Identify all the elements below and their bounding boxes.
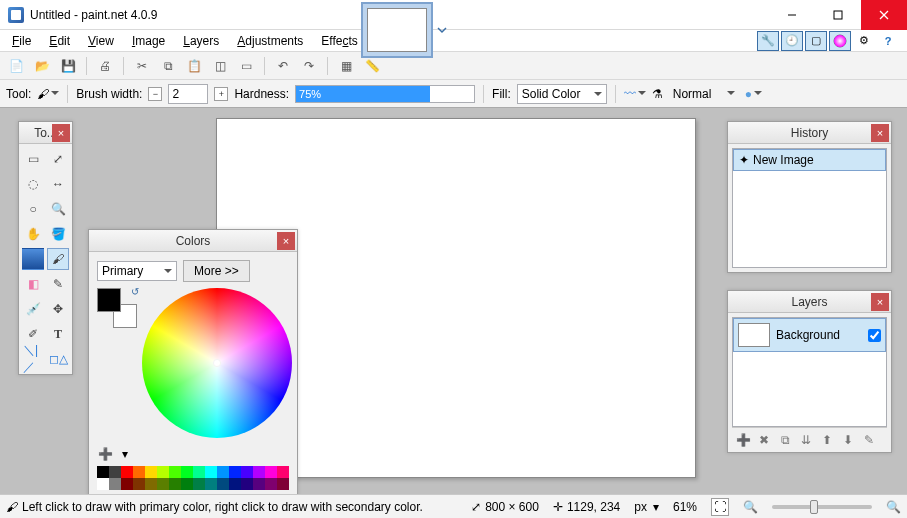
palette-color[interactable]	[169, 466, 181, 478]
fill-select[interactable]: Solid Color	[517, 84, 607, 104]
menu-file[interactable]: File	[4, 32, 39, 50]
image-thumbnail[interactable]	[361, 2, 433, 58]
palette-color[interactable]	[97, 466, 109, 478]
palette-color[interactable]	[97, 478, 109, 490]
primary-color-swatch[interactable]	[97, 288, 121, 312]
crop-icon[interactable]: ◫	[210, 56, 230, 76]
palette-color[interactable]	[133, 478, 145, 490]
thumbnail-dropdown-icon[interactable]	[437, 25, 447, 35]
brush-width-decr[interactable]: −	[148, 87, 162, 101]
toggle-layers-icon[interactable]: ▢	[805, 31, 827, 51]
palette-strip[interactable]	[97, 466, 289, 490]
brush-width-input[interactable]	[168, 84, 208, 104]
palette-color[interactable]	[217, 478, 229, 490]
cut-icon[interactable]: ✂	[132, 56, 152, 76]
palette-color[interactable]	[265, 478, 277, 490]
layer-visible-checkbox[interactable]	[868, 329, 881, 342]
tool-picker[interactable]: 🖌	[37, 87, 59, 101]
history-panel-close[interactable]: ×	[871, 124, 889, 142]
deselect-icon[interactable]: ▭	[236, 56, 256, 76]
palette-color[interactable]	[241, 478, 253, 490]
palette-color[interactable]	[145, 466, 157, 478]
help-icon[interactable]: ?	[877, 31, 899, 51]
zoom-out-icon[interactable]: 🔍	[743, 500, 758, 514]
layer-up-icon[interactable]: ⬆	[818, 431, 836, 449]
palette-color[interactable]	[181, 466, 193, 478]
layer-item[interactable]: Background	[733, 318, 886, 352]
palette-color[interactable]	[109, 478, 121, 490]
more-colors-button[interactable]: More >>	[183, 260, 250, 282]
paste-icon[interactable]: 📋	[184, 56, 204, 76]
palette-color[interactable]	[109, 466, 121, 478]
palette-color[interactable]	[121, 466, 133, 478]
layer-down-icon[interactable]: ⬇	[839, 431, 857, 449]
layer-delete-icon[interactable]: ✖	[755, 431, 773, 449]
toggle-history-icon[interactable]: 🕘	[781, 31, 803, 51]
history-item[interactable]: ✦ New Image	[733, 149, 886, 171]
history-panel-title[interactable]: History ×	[728, 122, 891, 144]
palette-color[interactable]	[193, 478, 205, 490]
tool-pencil[interactable]: ✎	[47, 273, 69, 295]
blend-mode-select[interactable]: Normal	[669, 84, 739, 104]
swap-colors-icon[interactable]: ↺	[131, 286, 139, 297]
tool-move-px[interactable]: ↔	[47, 173, 69, 195]
color-which-select[interactable]: Primary	[97, 261, 177, 281]
tool-clone[interactable]: ✥	[47, 298, 69, 320]
palette-color[interactable]	[157, 478, 169, 490]
colors-panel-close[interactable]: ×	[277, 232, 295, 250]
palette-color[interactable]	[205, 478, 217, 490]
redo-icon[interactable]: ↷	[299, 56, 319, 76]
history-list[interactable]: ✦ New Image	[732, 148, 887, 268]
menu-edit[interactable]: Edit	[41, 32, 78, 50]
tool-text[interactable]: T	[47, 323, 69, 345]
settings-icon[interactable]: ⚙	[853, 31, 875, 51]
tool-line[interactable]: ＼|／	[22, 348, 44, 370]
palette-color[interactable]	[277, 478, 289, 490]
palette-color[interactable]	[169, 478, 181, 490]
palette-color[interactable]	[157, 466, 169, 478]
palette-menu-icon[interactable]: ▾	[117, 446, 133, 462]
blend-flask[interactable]: ⚗	[652, 87, 663, 101]
zoom-slider[interactable]	[772, 505, 872, 509]
tool-rect-select[interactable]: ▭	[22, 148, 44, 170]
maximize-button[interactable]	[815, 0, 861, 30]
new-file-icon[interactable]: 📄	[6, 56, 26, 76]
antialias-toggle[interactable]: 〰	[624, 87, 646, 101]
tool-ellipse-select[interactable]: ○	[22, 198, 44, 220]
palette-color[interactable]	[193, 466, 205, 478]
palette-color[interactable]	[229, 466, 241, 478]
tool-colorpicker[interactable]: 💉	[22, 298, 44, 320]
palette-color[interactable]	[133, 466, 145, 478]
tool-paintbrush[interactable]: 🖌	[47, 248, 69, 270]
menu-view[interactable]: View	[80, 32, 122, 50]
add-palette-color-icon[interactable]: ➕	[97, 446, 113, 462]
tool-eraser[interactable]: ◧	[22, 273, 44, 295]
palette-color[interactable]	[277, 466, 289, 478]
palette-color[interactable]	[145, 478, 157, 490]
tool-shapes[interactable]: ◻△	[47, 348, 69, 370]
palette-color[interactable]	[181, 478, 193, 490]
tool-pan[interactable]: ✋	[22, 223, 44, 245]
palette-color[interactable]	[205, 466, 217, 478]
zoom-thumb[interactable]	[810, 500, 818, 514]
hardness-slider[interactable]: 75%	[295, 85, 475, 103]
palette-color[interactable]	[229, 478, 241, 490]
layer-list[interactable]: Background	[732, 317, 887, 427]
tool-move-sel[interactable]: ⤢	[47, 148, 69, 170]
palette-color[interactable]	[217, 466, 229, 478]
layer-props-icon[interactable]: ✎	[860, 431, 878, 449]
toggle-colors-icon[interactable]	[829, 31, 851, 51]
zoom-in-icon[interactable]: 🔍	[886, 500, 901, 514]
copy-icon[interactable]: ⧉	[158, 56, 178, 76]
grid-icon[interactable]: ▦	[336, 56, 356, 76]
save-file-icon[interactable]: 💾	[58, 56, 78, 76]
toggle-tools-icon[interactable]: 🔧	[757, 31, 779, 51]
tool-lasso[interactable]: ◌	[22, 173, 44, 195]
tool-fill[interactable]: 🪣	[47, 223, 69, 245]
palette-color[interactable]	[121, 478, 133, 490]
tools-panel-close[interactable]: ×	[52, 124, 70, 142]
close-button[interactable]	[861, 0, 907, 30]
layer-duplicate-icon[interactable]: ⧉	[776, 431, 794, 449]
tool-zoom[interactable]: 🔍	[47, 198, 69, 220]
palette-color[interactable]	[253, 478, 265, 490]
